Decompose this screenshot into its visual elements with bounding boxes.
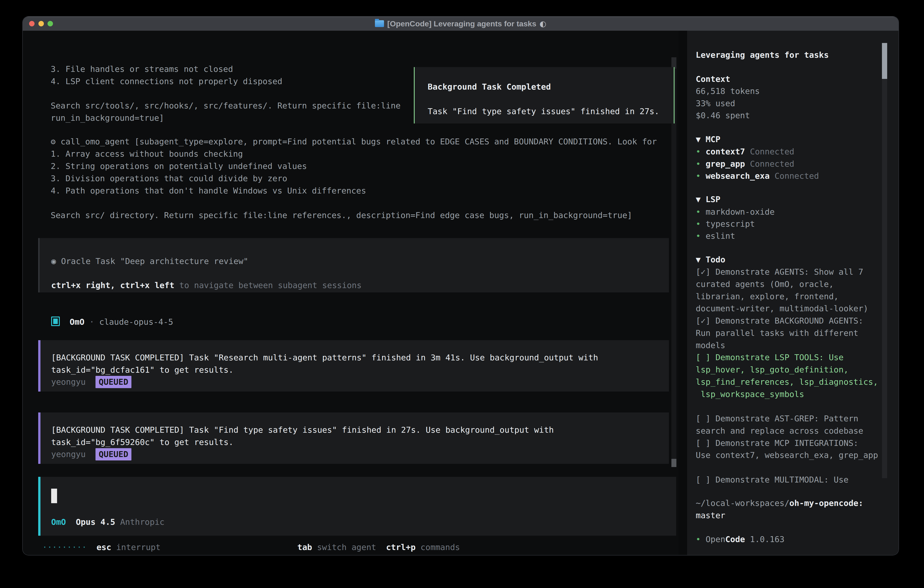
task-author: yeongyu [51, 449, 86, 459]
agent-model: claude-opus-4-5 [99, 317, 173, 327]
tool-call-line: 1. Array access without bounds checking [51, 148, 243, 160]
bullet-icon: • [696, 231, 701, 241]
terminal-line: Search src/tools/, src/hooks/, src/featu… [51, 99, 401, 112]
git-branch: master [696, 509, 725, 522]
background-task-notification: Background Task Completed Task "Find typ… [414, 67, 675, 124]
mcp-status: Connected [750, 159, 794, 168]
lsp-name: eslint [706, 231, 735, 241]
task-line1: [BACKGROUND TASK COMPLETED] Task "Resear… [51, 352, 598, 364]
lsp-item: • eslint [696, 230, 735, 242]
agent-name: OmO [69, 317, 84, 327]
progress-dots: ········· [42, 543, 87, 552]
oracle-task-label: Oracle Task "Deep architecture review" [61, 256, 248, 266]
notification-title: Background Task Completed [428, 81, 551, 93]
lsp-heading: LSP [706, 195, 720, 204]
notification-body: Task "Find type safety issues" finished … [428, 105, 659, 117]
oracle-task-box: ◉ Oracle Task "Deep architecture review"… [38, 238, 669, 292]
todo-line: librarian, explore, frontend, [696, 291, 839, 303]
lsp-section-header[interactable]: ▼ LSP [696, 193, 720, 206]
tool-call-line: 3. Division operations that could divide… [51, 172, 287, 185]
tool-call-line: 2. String operations on potentially unde… [51, 160, 307, 172]
status-badge: QUEUED [96, 376, 131, 388]
bullet-icon: • [696, 159, 701, 168]
todo-line: [ ] Demonstrate AST-GREP: Pattern [696, 413, 858, 425]
mcp-item: • websearch_exa Connected [696, 170, 819, 182]
bullet-icon: • [696, 207, 701, 216]
path-prefix: ~/local-workspaces/ [696, 499, 789, 508]
lsp-item: • typescript [696, 218, 755, 230]
version-name-dim: Open [706, 535, 725, 544]
todo-line: [✓] Demonstrate AGENTS: Show all 7 [696, 266, 863, 278]
chevron-down-icon: ▼ [696, 195, 701, 204]
statusbar-right: tab switch agent ctrl+p commands [297, 541, 460, 553]
lsp-name: markdown-oxide [706, 207, 774, 216]
todo-line: [ ] Demonstrate LSP TOOLS: Use [696, 351, 843, 363]
todo-section-header[interactable]: ▼ Todo [696, 254, 725, 266]
mcp-name: grep_app [706, 159, 745, 168]
lsp-name: typescript [706, 219, 755, 228]
todo-line: [ ] Demonstrate MULTIMODAL: Use [696, 474, 848, 486]
mcp-status: Connected [750, 147, 794, 156]
bullet-icon: • [696, 171, 701, 180]
mcp-name: context7 [706, 147, 745, 156]
input-provider: Anthropic [120, 517, 164, 527]
task-line2: task_id="bg_6f59260c" to get results. [51, 436, 234, 448]
tool-call-line: 4. Path operations that don't handle Win… [51, 185, 366, 197]
version-line: • OpenCode 1.0.163 [696, 533, 784, 545]
oracle-hint-rest: to navigate between subagent sessions [174, 281, 362, 290]
todo-line: lsp_hover, lsp_goto_definition, [696, 363, 848, 376]
window-title: [OpenCode] Leveraging agents for tasks [387, 19, 536, 28]
todo-line: models [696, 339, 725, 352]
statusbar-left: ········· esc interrupt [42, 541, 160, 553]
todo-line: curated agents (OmO, oracle, [696, 278, 834, 291]
input-model-row: OmO Opus 4.5 Anthropic [51, 516, 165, 528]
context-spent: $0.46 spent [696, 109, 750, 122]
terminal-line: 3. File handles or streams not closed [51, 63, 233, 75]
task-author: yeongyu [51, 377, 86, 386]
esc-label: interrupt [116, 543, 160, 552]
bullet-icon: • [696, 535, 701, 544]
terminal-line: run_in_background=true] [51, 112, 164, 124]
oracle-hint-keys: ctrl+x right, ctrl+x left [51, 281, 174, 290]
workspace-path: ~/local-workspaces/oh-my-opencode: [696, 497, 863, 509]
todo-line: [ ] Demonstrate MCP INTEGRATIONS: [696, 437, 858, 449]
bullet-icon: • [696, 147, 701, 156]
mcp-heading: MCP [706, 135, 720, 144]
sidebar-scrollbar-track[interactable] [882, 79, 887, 478]
status-badge: QUEUED [96, 448, 131, 461]
title-bar: [OpenCode] Leveraging agents for tasks ◐ [23, 17, 899, 31]
task-meta: yeongyu QUEUED [51, 448, 131, 461]
version-number: 1.0.163 [750, 535, 784, 544]
input-model: Opus 4.5 [76, 517, 115, 527]
context-tokens: 66,518 tokens [696, 85, 760, 97]
minimize-button[interactable] [38, 21, 44, 26]
lsp-item: • markdown-oxide [696, 206, 775, 218]
todo-line: lsp_workspace_symbols [696, 388, 804, 400]
sidebar-scrollbar-thumb[interactable] [882, 43, 887, 79]
terminal-line: 4. LSP client connections not properly d… [51, 75, 282, 88]
zoom-button[interactable] [48, 21, 53, 26]
close-button[interactable] [29, 21, 35, 26]
ctrlp-key: ctrl+p [386, 543, 416, 552]
todo-line: [✓] Demonstrate BACKGROUND AGENTS: [696, 315, 863, 327]
main-pane: 3. File handles or streams not closed 4.… [23, 31, 679, 555]
input-agent: OmO [51, 517, 66, 527]
context-heading: Context [696, 73, 730, 85]
record-icon: ◉ [51, 256, 56, 266]
folder-icon [375, 20, 384, 27]
todo-line: lsp_find_references, lsp_diagnostics, [696, 376, 878, 388]
main-scrollbar-thumb[interactable] [672, 459, 676, 467]
agent-header: OmO · claude-opus-4-5 [51, 316, 173, 328]
tab-key: tab [297, 543, 312, 552]
version-name-bold: Code [725, 535, 745, 544]
tool-call-line: Search src/ directory. Return specific f… [51, 209, 632, 221]
task-message: [BACKGROUND TASK COMPLETED] Task "Resear… [38, 340, 669, 391]
prompt-input[interactable]: OmO Opus 4.5 Anthropic [38, 477, 676, 536]
todo-line: search and replace across codebase [696, 425, 863, 437]
task-line1: [BACKGROUND TASK COMPLETED] Task "Find t… [51, 424, 554, 436]
mcp-section-header[interactable]: ▼ MCP [696, 133, 720, 145]
dot-separator: · [89, 317, 94, 327]
mcp-item: • context7 Connected [696, 145, 794, 158]
todo-line: document-writer, multimodal-looker) [696, 302, 868, 315]
session-title: Leveraging agents for tasks [696, 49, 829, 61]
